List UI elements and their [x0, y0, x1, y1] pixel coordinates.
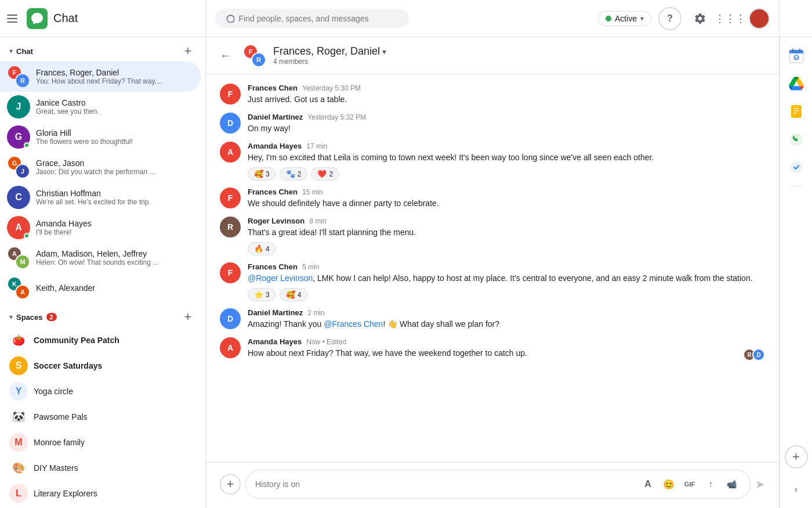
search-input[interactable]	[239, 14, 400, 23]
chat-item-preview: I'll be there!	[36, 228, 194, 236]
spaces-add-button[interactable]: +	[180, 309, 196, 325]
video-call-button[interactable]: 📹	[722, 475, 741, 493]
upload-button[interactable]: ↑	[701, 475, 720, 493]
chat-item-keith-alexander[interactable]: K A Keith, Alexander	[0, 273, 201, 303]
msg-name-amanda1: Amanda Hayes	[248, 142, 302, 150]
msg-content-6: Frances Chen 5 min @Roger Levinson, LMK …	[248, 262, 765, 301]
space-name: DIY Masters	[34, 463, 78, 473]
msg-name-frances3: Frances Chen	[248, 262, 298, 271]
back-button[interactable]: ←	[215, 45, 236, 66]
space-item-pawsome-pals[interactable]: 🐼 Pawsome Pals	[0, 404, 205, 430]
space-item-diy-masters[interactable]: 🎨 DIY Masters	[0, 455, 205, 481]
svg-rect-9	[793, 108, 799, 109]
chat-item-name: Grace, Jason	[36, 158, 194, 168]
reaction-heart[interactable]: ❤️ 2	[311, 167, 339, 181]
hamburger-menu[interactable]	[7, 12, 21, 26]
space-name: Pawsome Pals	[34, 412, 88, 421]
avatar-group-grace-jason: G J	[7, 156, 30, 179]
reactions-3: 🥰 3 🐾 2 ❤️ 2	[248, 167, 765, 181]
reaction-fire[interactable]: 🔥 4	[248, 242, 276, 255]
chat-item-grace-jason[interactable]: G J Grace, Jason Jason: Did you watch th…	[0, 152, 201, 182]
chat-add-button[interactable]: +	[180, 43, 196, 59]
settings-button[interactable]	[688, 7, 712, 30]
add-apps-button[interactable]: +	[785, 445, 808, 469]
status-indicator[interactable]: Active ▾	[598, 11, 651, 26]
google-calendar-button[interactable]: 31	[785, 44, 808, 67]
message-input[interactable]	[255, 480, 634, 489]
space-item-literary-explorers[interactable]: L Literary Explorers	[0, 481, 205, 506]
input-wrapper: + A 😊 GIF ↑ 📹 ➤	[220, 470, 765, 499]
mention-roger[interactable]: @Roger Levinson	[248, 273, 313, 283]
chat-item-amanda-hayes[interactable]: A Amanda Hayes I'll be there!	[0, 212, 201, 243]
grid-button[interactable]: ⋮⋮⋮	[719, 7, 742, 30]
chat-item-frances-roger-daniel[interactable]: F R Frances, Roger, Daniel You: How abou…	[0, 62, 201, 92]
app-container: Chat Active ▾ ? ⋮⋮⋮	[0, 0, 812, 508]
msg-avatar-roger: R	[220, 217, 241, 237]
spaces-section-header[interactable]: ▾ Spaces 2 +	[0, 303, 205, 327]
reaction-star[interactable]: ⭐ 3	[248, 288, 276, 301]
tasks-button[interactable]	[785, 156, 808, 179]
space-item-community-pea-patch[interactable]: 🍅 Community Pea Patch	[0, 327, 205, 353]
msg-text-7: Amazing! Thank you @Frances Chen! 👋 What…	[248, 318, 765, 330]
help-button[interactable]: ?	[658, 7, 682, 30]
add-attachment-button[interactable]: +	[220, 474, 241, 495]
space-icon-diy: 🎨	[9, 459, 28, 477]
tasks-icon	[789, 160, 803, 174]
space-item-monroe-family[interactable]: M Monroe family	[0, 430, 205, 455]
message-input-box[interactable]: A 😊 GIF ↑ 📹	[245, 470, 751, 499]
google-meet-phone-button[interactable]	[785, 128, 808, 151]
msg-name-daniel1: Daniel Martinez	[248, 113, 303, 121]
svg-text:31: 31	[794, 56, 799, 60]
center-header: Active ▾ ? ⋮⋮⋮	[206, 0, 780, 37]
sidebar: ▾ Chat + F R Frances, Roger, Daniel You:…	[0, 37, 206, 508]
msg-time-4: 15 min	[302, 188, 323, 196]
reaction-hug2[interactable]: 🥰 4	[280, 288, 308, 301]
chat-item-gloria-hill[interactable]: G Gloria Hill The flowers were so though…	[0, 122, 201, 152]
avatar-amanda: A	[7, 216, 30, 239]
space-icon-literary: L	[9, 484, 28, 503]
msg-content-2: Daniel Martinez Yesterday 5:32 PM On my …	[248, 113, 765, 135]
msg-avatar-daniel2: D	[220, 308, 241, 329]
send-button[interactable]: ➤	[755, 477, 765, 491]
emoji-button[interactable]: 😊	[659, 475, 678, 493]
msg-text-4: We should definitely have a dinner party…	[248, 197, 765, 210]
space-icon-pawsome: 🐼	[9, 408, 28, 426]
avatar[interactable]	[749, 8, 770, 29]
search-bar[interactable]	[215, 9, 409, 28]
chat-logo	[27, 8, 48, 29]
chat-item-adam-group[interactable]: A M Adam, Madison, Helen, Jeffrey Helen:…	[0, 243, 201, 273]
mention-frances[interactable]: @Frances Chen	[324, 319, 383, 329]
space-icon-monroe: M	[9, 433, 28, 452]
chat-section: ▾ Chat + F R Frances, Roger, Daniel You:…	[0, 37, 205, 303]
reaction-hug[interactable]: 🥰 3	[248, 167, 276, 181]
chat-panel: ← F R Frances, Roger, Daniel ▾ 4 members	[206, 37, 780, 508]
reaction-paw[interactable]: 🐾 2	[280, 167, 308, 181]
msg-avatar-frances1: F	[220, 84, 241, 105]
google-drive-button[interactable]	[785, 72, 808, 95]
rt-divider	[789, 186, 803, 186]
chat-header: ← F R Frances, Roger, Daniel ▾ 4 members	[206, 37, 779, 74]
google-keep-button[interactable]	[785, 100, 808, 123]
chat-header-members: 4 members	[273, 57, 770, 66]
chat-header-name[interactable]: Frances, Roger, Daniel ▾	[273, 45, 770, 57]
chat-header-avatar-group: F R	[243, 44, 266, 67]
msg-name-roger: Roger Levinson	[248, 217, 304, 225]
expand-right-panel-button[interactable]: ›	[785, 478, 808, 501]
space-item-yoga-circle[interactable]: Y Yoga circle	[0, 379, 205, 404]
google-keep-icon	[789, 105, 803, 118]
chat-item-janice-castro[interactable]: J Janice Castro Great, see you then.	[0, 92, 201, 122]
msg-text-5: That's a great idea! I'll start planning…	[248, 226, 765, 239]
msg-content-7: Daniel Martinez 2 min Amazing! Thank you…	[248, 308, 765, 330]
message-row-4: F Frances Chen 15 min We should definite…	[220, 188, 765, 210]
google-calendar-icon: 31	[788, 48, 804, 64]
chat-item-name: Amanda Hayes	[36, 219, 194, 228]
space-icon: 🍅	[9, 331, 28, 350]
global-header: Chat Active ▾ ? ⋮⋮⋮	[0, 0, 812, 37]
format-text-button[interactable]: A	[639, 475, 657, 493]
chat-section-header[interactable]: ▾ Chat +	[0, 37, 205, 62]
gif-button[interactable]: GIF	[680, 475, 699, 493]
chat-item-preview: You: How about next Friday? That way,...	[36, 77, 194, 85]
svg-rect-11	[793, 113, 797, 114]
chat-item-christian-hoffman[interactable]: C Christian Hoffman We're all set. He's …	[0, 182, 201, 212]
space-item-soccer-saturdays[interactable]: S Soccer Saturdays	[0, 353, 205, 379]
